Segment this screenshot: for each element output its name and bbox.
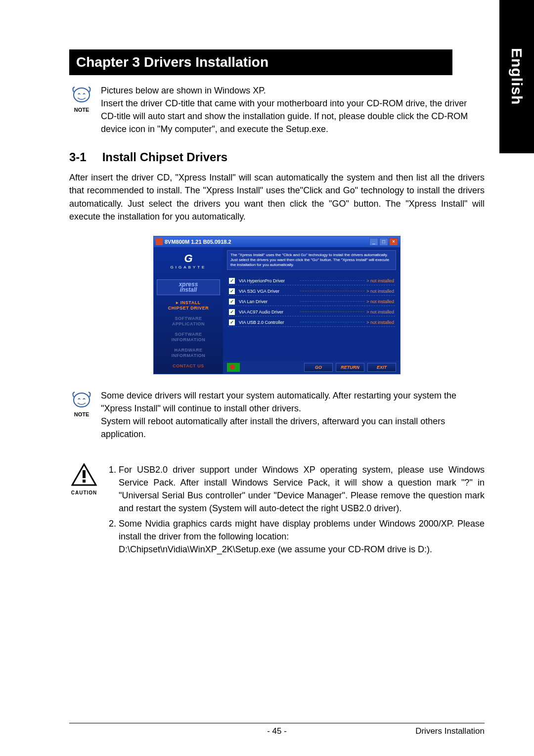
checkbox-icon[interactable]: ✓ (229, 278, 235, 284)
minimize-button[interactable]: _ (369, 238, 378, 246)
app-icon (156, 238, 163, 245)
brand-logo: G (154, 252, 223, 265)
sidebar-item[interactable]: SOFTWAREAPPLICATION (158, 316, 219, 327)
driver-row[interactable]: ✓VIA USB 2.0 Controller> not installed (228, 316, 395, 327)
driver-name: VIA Lan Driver (239, 299, 298, 304)
driver-row[interactable]: ✓VIA S3G VGA Driver> not installed (228, 285, 395, 296)
note-icon: NOTE (69, 84, 94, 135)
checkbox-icon[interactable]: ✓ (229, 288, 235, 294)
language-label: English (508, 48, 525, 105)
caution-block: CAUTION For USB2.0 driver support under … (69, 463, 485, 558)
sidebar-item[interactable]: ▸ INSTALLCHIPSET DRIVER (158, 300, 219, 311)
driver-status: > not installed (366, 310, 394, 314)
note-text: Pictures below are shown in Windows XP. … (101, 84, 485, 135)
driver-row[interactable]: ✓VIA Lan Driver> not installed (228, 296, 395, 306)
note-block-2: NOTE Some device drivers will restart yo… (69, 389, 485, 441)
driver-name: VIA HyperionPro Driver (239, 278, 298, 283)
svg-point-1 (74, 393, 89, 407)
info-text: The "Xpress Install" uses the "Click and… (227, 250, 396, 270)
brand-name: GIGABYTE (154, 265, 223, 269)
caution-list: For USB2.0 driver support under Windows … (106, 463, 485, 556)
svg-rect-2 (83, 470, 86, 478)
note-block-1: NOTE Pictures below are shown in Windows… (69, 84, 485, 135)
driver-location-path: D:\Chipset\nVidia\WinXP_2K\Setup.exe (we… (119, 543, 485, 556)
note-text: Some device drivers will restart your sy… (101, 389, 485, 441)
close-button[interactable]: × (389, 238, 398, 246)
maximize-button[interactable]: □ (379, 238, 388, 246)
driver-status: > not installed (366, 289, 394, 294)
driver-name: VIA S3G VGA Driver (239, 289, 298, 294)
sidebar-item[interactable]: SOFTWAREINFORMATION (158, 332, 219, 343)
caution-icon: CAUTION (69, 463, 99, 558)
section-heading: 3-1 Install Chipset Drivers (69, 150, 485, 164)
caution-item: For USB2.0 driver support under Windows … (119, 463, 485, 515)
app-main-pane: The "Xpress Install" uses the "Click and… (223, 247, 400, 374)
language-tab: English (499, 0, 534, 153)
window-titlebar: 8VM800M 1.21 B05.0918.2 _ □ × (154, 236, 400, 247)
exit-button[interactable]: EXIT (367, 363, 396, 372)
svg-rect-3 (83, 480, 86, 483)
checkbox-icon[interactable]: ✓ (229, 319, 235, 325)
driver-list: ✓VIA HyperionPro Driver> not installed✓V… (223, 271, 400, 361)
xpress-install-window: 8VM800M 1.21 B05.0918.2 _ □ × G GIGABYTE… (153, 236, 400, 374)
page-number: - 45 - (69, 726, 485, 736)
driver-status: > not installed (366, 278, 394, 283)
section-body: After insert the driver CD, "Xpress Inst… (69, 171, 485, 222)
driver-row[interactable]: ✓VIA AC97 Audio Driver> not installed (228, 306, 395, 316)
caution-item: Some Nvidia graphics cards might have di… (119, 517, 485, 556)
sidebar-item[interactable]: CONTACT US (158, 363, 219, 369)
driver-status: > not installed (366, 299, 394, 304)
note-icon: NOTE (69, 389, 94, 441)
button-bar: GO RETURN EXIT (223, 361, 400, 374)
go-button[interactable]: GO (304, 363, 333, 372)
driver-status: > not installed (366, 320, 394, 325)
driver-name: VIA AC97 Audio Driver (239, 310, 298, 314)
page-footer: - 45 - Drivers Installation (69, 723, 485, 736)
language-flag-icon[interactable] (227, 363, 240, 372)
driver-row[interactable]: ✓VIA HyperionPro Driver> not installed (228, 275, 395, 285)
driver-name: VIA USB 2.0 Controller (239, 320, 298, 325)
xpress-install-badge: xpressinstall (157, 279, 220, 295)
chapter-title: Chapter 3 Drivers Installation (69, 49, 452, 75)
checkbox-icon[interactable]: ✓ (229, 309, 235, 315)
checkbox-icon[interactable]: ✓ (229, 299, 235, 305)
return-button[interactable]: RETURN (336, 363, 364, 372)
sidebar-item[interactable]: HARDWAREINFORMATION (158, 348, 219, 358)
window-title: 8VM800M 1.21 B05.0918.2 (165, 239, 369, 245)
svg-point-0 (74, 88, 89, 102)
app-sidebar: G GIGABYTE xpressinstall ▸ INSTALLCHIPSE… (154, 247, 223, 374)
